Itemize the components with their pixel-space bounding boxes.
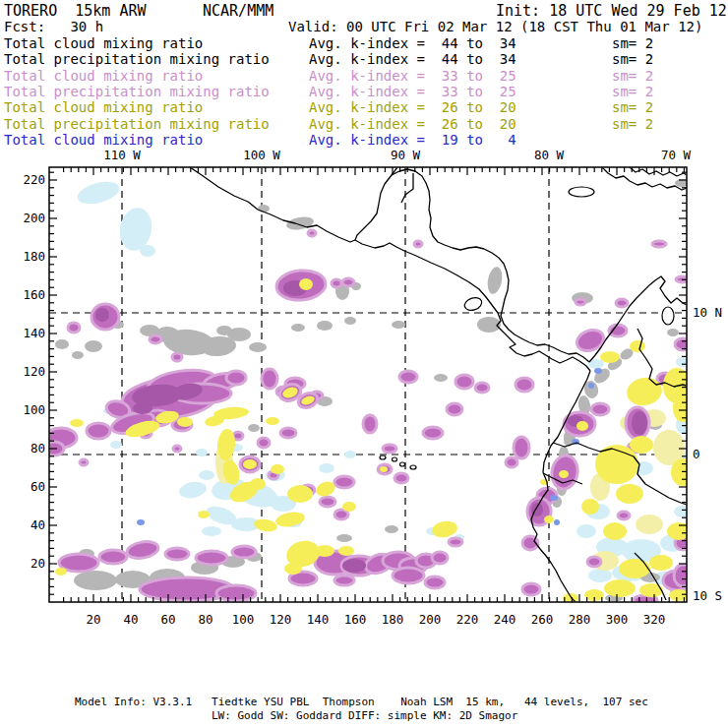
- x-axis-gridpoint-label: 80: [198, 612, 212, 627]
- mexico-central-america-pacific-coast: [190, 167, 590, 371]
- x-axis-gridpoint-label: 300: [606, 612, 629, 627]
- jamaica: [569, 187, 594, 197]
- longitude-label: 70 W: [661, 148, 692, 162]
- x-axis-gridpoint-label: 160: [344, 612, 367, 627]
- yucatan-caribbean-coast: [392, 169, 589, 362]
- lake-nicaragua: [462, 295, 483, 312]
- y-axis-gridpoint-label: 60: [30, 479, 45, 494]
- model-info-line2: LW: Godd SW: Goddard DIFF: simple KM: 2D…: [212, 709, 517, 722]
- galapagos-1: [380, 455, 386, 459]
- x-axis-gridpoint-label: 180: [382, 612, 404, 627]
- galapagos-4: [410, 465, 416, 469]
- y-axis-gridpoint-label: 100: [23, 402, 45, 417]
- y-axis-gridpoint-label: 180: [23, 249, 45, 264]
- x-axis-gridpoint-label: 100: [232, 612, 255, 627]
- latitude-label: 10 S: [693, 588, 722, 603]
- latitude-label: 0: [693, 447, 700, 461]
- model-info-line1: Model Info: V3.3.1 Tiedtke YSU PBL Thomp…: [75, 696, 648, 708]
- y-axis-gridpoint-label: 140: [23, 326, 45, 340]
- x-axis-gridpoint-label: 320: [643, 612, 666, 627]
- longitude-label: 90 W: [391, 148, 421, 162]
- y-axis-gridpoint-label: 80: [30, 441, 45, 455]
- latitude-label: 10 N: [693, 305, 722, 320]
- map-plot: 2040608010012014016018020022024026028030…: [0, 0, 728, 728]
- y-axis-gridpoint-label: 200: [23, 211, 45, 225]
- gulf-of-campeche-coast: [355, 167, 397, 240]
- longitude-label: 110 W: [103, 148, 141, 162]
- cuba-north-coast: [630, 167, 687, 176]
- lake-maracaibo: [662, 307, 674, 325]
- y-axis-gridpoint-label: 20: [30, 556, 45, 571]
- x-axis-gridpoint-label: 40: [123, 612, 138, 627]
- y-axis-gridpoint-label: 120: [23, 364, 45, 379]
- y-axis-gridpoint-label: 220: [23, 172, 45, 187]
- longitude-label: 100 W: [243, 148, 280, 162]
- x-axis-gridpoint-label: 20: [86, 612, 100, 627]
- guatemala-border: [401, 173, 413, 203]
- map-interior: [44, 167, 695, 605]
- x-axis-gridpoint-label: 120: [270, 612, 292, 627]
- longitude-label: 80 W: [534, 148, 565, 162]
- x-axis-gridpoint-label: 280: [569, 612, 591, 627]
- x-axis-gridpoint-label: 220: [456, 612, 479, 627]
- purple-mixing-ratio-blobs: [44, 230, 692, 605]
- x-axis-gridpoint-label: 140: [307, 612, 330, 627]
- x-axis-gridpoint-label: 240: [494, 612, 516, 627]
- galapagos-2: [393, 457, 397, 461]
- x-axis-gridpoint-label: 260: [531, 612, 554, 627]
- x-axis-gridpoint-label: 60: [160, 612, 175, 627]
- y-axis-gridpoint-label: 40: [30, 517, 45, 532]
- y-axis-gridpoint-label: 160: [23, 287, 45, 302]
- galapagos-3: [400, 462, 405, 466]
- x-axis-gridpoint-label: 200: [419, 612, 442, 627]
